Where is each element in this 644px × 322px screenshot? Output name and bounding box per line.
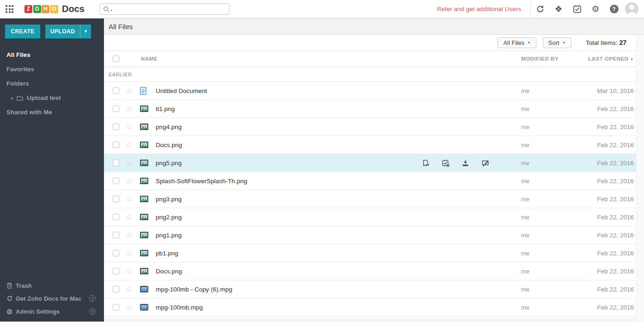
row-checkbox[interactable] bbox=[113, 304, 119, 310]
favorite-star-icon[interactable]: ☆ bbox=[125, 303, 133, 311]
favorite-star-icon[interactable]: ☆ bbox=[125, 285, 133, 293]
table-row[interactable]: ☆ bbox=[104, 262, 644, 280]
search-scope-caret-icon[interactable]: ▾ bbox=[110, 8, 112, 14]
help-icon[interactable]: ? bbox=[89, 308, 96, 315]
bottom-edge bbox=[104, 318, 644, 322]
table-row[interactable]: ☆ bbox=[104, 298, 644, 316]
sidebar-item-shared-with-me[interactable]: Shared with Me bbox=[0, 105, 104, 119]
search-box[interactable]: ▾ bbox=[99, 3, 230, 15]
file-name[interactable]: Untitled Document bbox=[156, 87, 510, 94]
file-name[interactable]: mpg-100mb - Copy (6).mpg bbox=[156, 286, 510, 293]
tasks-icon[interactable] bbox=[568, 0, 586, 19]
table-row[interactable]: ☆ bbox=[104, 172, 644, 190]
file-name[interactable]: Docs.png bbox=[156, 268, 510, 275]
file-name[interactable]: png5.png bbox=[156, 160, 431, 167]
table-row[interactable]: ☆ bbox=[104, 208, 644, 226]
zoho-logo[interactable]: ZOHO bbox=[24, 5, 59, 13]
sync-icon bbox=[6, 295, 16, 302]
folder-icon bbox=[17, 95, 23, 101]
download-icon[interactable] bbox=[462, 159, 469, 167]
row-checkbox[interactable] bbox=[113, 232, 119, 238]
help-icon[interactable]: ? bbox=[89, 295, 96, 302]
zoho-logo-tile: Z bbox=[24, 5, 32, 13]
row-checkbox[interactable] bbox=[113, 142, 119, 148]
modified-by: me bbox=[510, 178, 584, 185]
file-name[interactable]: png3.png bbox=[156, 196, 510, 203]
row-checkbox[interactable] bbox=[113, 87, 119, 94]
app-launcher-icon[interactable] bbox=[6, 5, 13, 13]
sidebar-item-get-zoho-docs-mac[interactable]: Get Zoho Docs for Mac ? bbox=[0, 292, 104, 305]
upload-button[interactable]: UPLOAD ▼ bbox=[45, 25, 91, 38]
table-row[interactable]: ☆ bbox=[104, 136, 644, 154]
sidebar-item-all-files[interactable]: All Files bbox=[0, 48, 104, 62]
file-name[interactable]: pb1.png bbox=[156, 250, 510, 257]
favorite-star-icon[interactable]: ☆ bbox=[125, 141, 133, 149]
favorite-star-icon[interactable]: ☆ bbox=[125, 249, 133, 257]
file-name[interactable]: png4.png bbox=[156, 124, 510, 130]
row-checkbox[interactable] bbox=[113, 124, 119, 130]
modified-by: me bbox=[510, 232, 584, 239]
column-header-last-opened[interactable]: LAST OPENED▼ bbox=[584, 56, 644, 62]
favorite-star-icon[interactable]: ☆ bbox=[125, 123, 133, 131]
row-actions bbox=[431, 159, 510, 167]
table-row[interactable]: ☆ bbox=[104, 118, 644, 136]
table-row[interactable]: ☆ bbox=[104, 280, 644, 298]
settings-icon[interactable]: ⚙ bbox=[586, 0, 605, 19]
favorite-star-icon[interactable]: ☆ bbox=[125, 159, 133, 167]
sidebar-item-upload-test-folder[interactable]: ▸ Upload test bbox=[0, 91, 104, 105]
row-checkbox[interactable] bbox=[113, 286, 119, 292]
table-row[interactable]: ☆ bbox=[104, 82, 644, 100]
refer-link[interactable]: Refer and get additional Users bbox=[437, 6, 521, 12]
file-name[interactable]: tt1.png bbox=[156, 105, 510, 112]
row-checkbox[interactable] bbox=[113, 214, 119, 220]
create-button[interactable]: CREATE bbox=[5, 25, 40, 38]
table-row[interactable]: ☆ bbox=[104, 190, 644, 208]
edit-comment-icon[interactable] bbox=[481, 159, 489, 167]
row-checkbox[interactable] bbox=[113, 196, 119, 202]
favorite-star-icon[interactable]: ☆ bbox=[125, 87, 133, 95]
favorite-star-icon[interactable]: ☆ bbox=[125, 267, 133, 275]
file-name[interactable]: png1.png bbox=[156, 232, 510, 239]
row-checkbox[interactable] bbox=[113, 268, 119, 274]
sort-dropdown-button[interactable]: Sort ▼ bbox=[543, 37, 571, 48]
sync-icon[interactable] bbox=[531, 0, 549, 19]
help-icon[interactable]: ? bbox=[605, 0, 623, 19]
select-all-checkbox[interactable] bbox=[113, 56, 119, 62]
sidebar-item-trash[interactable]: Trash bbox=[0, 279, 104, 292]
last-opened-date: Feb 22, 2016 bbox=[584, 124, 644, 130]
file-name[interactable]: Splash-SoftFlowerSplash-Th.png bbox=[156, 178, 510, 185]
table-row[interactable]: ☆ bbox=[104, 226, 644, 244]
file-name[interactable]: png2.png bbox=[156, 214, 510, 221]
dropbox-icon[interactable]: ❖ bbox=[549, 0, 568, 19]
zoho-logo-tile: O bbox=[50, 5, 58, 13]
favorite-star-icon[interactable]: ☆ bbox=[125, 231, 133, 239]
file-name[interactable]: Docs.png bbox=[156, 142, 510, 149]
upload-dropdown-caret-icon[interactable]: ▼ bbox=[80, 25, 91, 38]
row-checkbox[interactable] bbox=[113, 178, 119, 184]
row-checkbox[interactable] bbox=[113, 250, 119, 256]
file-type-icon bbox=[140, 196, 148, 202]
file-name[interactable]: mpg-100mb.mpg bbox=[156, 304, 510, 311]
row-checkbox[interactable] bbox=[113, 160, 119, 166]
expand-caret-icon[interactable]: ▸ bbox=[11, 95, 13, 100]
table-row[interactable]: ☆ bbox=[104, 100, 644, 118]
favorite-star-icon[interactable]: ☆ bbox=[125, 213, 133, 221]
column-header-name[interactable]: NAME bbox=[141, 56, 510, 62]
favorite-star-icon[interactable]: ☆ bbox=[125, 195, 133, 203]
favorite-star-icon[interactable]: ☆ bbox=[125, 177, 133, 185]
search-input[interactable] bbox=[114, 6, 226, 12]
avatar[interactable] bbox=[625, 2, 638, 16]
row-checkbox[interactable] bbox=[113, 105, 119, 112]
column-header-modified-by[interactable]: MODIFIED BY bbox=[510, 56, 584, 62]
scrollbar-track[interactable] bbox=[636, 35, 644, 322]
last-opened-date: Mar 10, 2016 bbox=[584, 87, 644, 94]
filter-dropdown-button[interactable]: All Files ▼ bbox=[498, 37, 536, 48]
table-row[interactable]: ☆ bbox=[104, 154, 644, 172]
favorite-star-icon[interactable]: ☆ bbox=[125, 105, 133, 113]
table-row[interactable]: ☆ bbox=[104, 244, 644, 262]
sidebar-item-favorites[interactable]: Favorites bbox=[0, 62, 104, 76]
sidebar-item-folders[interactable]: Folders bbox=[0, 76, 104, 91]
sidebar-item-admin-settings[interactable]: ⚙ Admin Settings ? bbox=[0, 305, 104, 318]
share-file-icon[interactable] bbox=[422, 159, 430, 167]
add-task-icon[interactable] bbox=[442, 159, 450, 167]
